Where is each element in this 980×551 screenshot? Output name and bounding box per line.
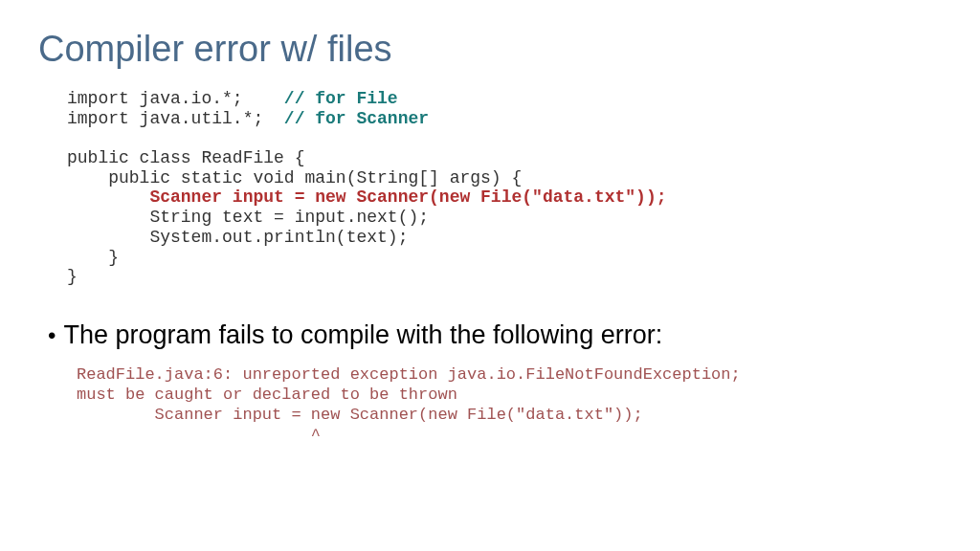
code-comment: // for Scanner (284, 109, 429, 128)
slide-title: Compiler error w/ files (38, 29, 942, 70)
code-line: public class ReadFile { (67, 148, 304, 167)
code-line: } (67, 248, 119, 267)
slide: Compiler error w/ files import java.io.*… (0, 0, 980, 474)
bullet-item: • The program fails to compile with the … (48, 320, 942, 350)
code-line: } (67, 267, 78, 286)
bullet-text: The program fails to compile with the fo… (63, 320, 662, 350)
code-comment: // for File (284, 89, 398, 108)
error-line: ReadFile.java:6: unreported exception ja… (77, 365, 741, 384)
bullet-dot-icon: • (48, 322, 56, 349)
error-line: must be caught or declared to be thrown (77, 386, 457, 404)
code-line: import java.util.*; (67, 109, 284, 128)
error-line: ^ (77, 427, 321, 445)
error-output: ReadFile.java:6: unreported exception ja… (77, 364, 942, 446)
code-line: public static void main(String[] args) { (67, 168, 522, 187)
error-line: Scanner input = new Scanner(new File("da… (77, 406, 643, 424)
code-example: import java.io.*; // for File import jav… (67, 89, 942, 287)
code-line: String text = input.next(); (67, 208, 429, 227)
code-highlight: Scanner input = new Scanner(new File("da… (67, 187, 667, 207)
code-line: import java.io.*; (67, 89, 284, 108)
code-line: System.out.println(text); (67, 228, 408, 247)
